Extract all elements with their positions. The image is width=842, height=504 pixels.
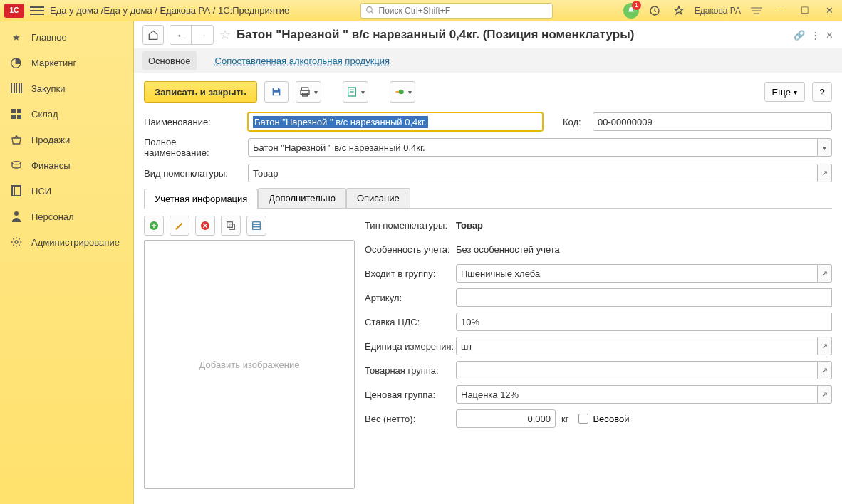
goods-group-label: Товарная группа: bbox=[365, 365, 456, 376]
weighted-checkbox[interactable] bbox=[578, 414, 588, 424]
svg-rect-16 bbox=[12, 186, 21, 196]
kind-open[interactable]: ↗ bbox=[818, 164, 832, 182]
favorite-toggle[interactable]: ☆ bbox=[219, 27, 231, 43]
home-button[interactable] bbox=[142, 25, 164, 45]
sidebar-item-label: Финансы bbox=[31, 160, 71, 171]
basket-icon bbox=[10, 133, 23, 146]
sidebar: ★Главное Маркетинг Закупки Склад Продажи… bbox=[0, 21, 134, 504]
image-edit[interactable] bbox=[170, 216, 189, 236]
save-button[interactable] bbox=[264, 81, 289, 103]
nav-back[interactable]: ← bbox=[170, 26, 192, 44]
book-icon bbox=[10, 184, 23, 197]
unit-input[interactable]: шт bbox=[456, 337, 818, 355]
image-list[interactable] bbox=[246, 216, 266, 236]
sidebar-item-label: Персонал bbox=[31, 211, 74, 222]
vat-input[interactable]: 10% bbox=[456, 313, 832, 331]
tab-accounting[interactable]: Учетная информация bbox=[144, 189, 258, 209]
tab-description[interactable]: Описание bbox=[346, 188, 410, 208]
subtab-main[interactable]: Основное bbox=[142, 51, 197, 70]
sidebar-item-warehouse[interactable]: Склад bbox=[0, 101, 133, 127]
window-maximize[interactable]: ☐ bbox=[796, 4, 814, 18]
svg-rect-11 bbox=[11, 109, 16, 113]
sidebar-item-finance[interactable]: Финансы bbox=[0, 152, 133, 178]
gear-icon bbox=[10, 236, 23, 248]
sidebar-item-sales[interactable]: Продажи bbox=[0, 127, 133, 152]
image-copy[interactable] bbox=[221, 216, 241, 236]
sidebar-item-label: Маркетинг bbox=[31, 58, 76, 68]
fullname-dropdown[interactable]: ▾ bbox=[818, 138, 832, 157]
close-tab[interactable]: ✕ bbox=[826, 30, 833, 41]
app-title: Еда у дома /Еда у дома / Едакова РА / 1С… bbox=[50, 5, 289, 16]
svg-rect-21 bbox=[274, 93, 279, 96]
coins-icon bbox=[10, 159, 23, 172]
more-button[interactable]: Еще▾ bbox=[764, 82, 805, 102]
search-box[interactable] bbox=[360, 3, 553, 19]
report-button[interactable] bbox=[343, 81, 368, 103]
sidebar-item-label: Закупки bbox=[31, 83, 65, 94]
price-group-open[interactable]: ↗ bbox=[818, 385, 832, 404]
link-icon[interactable]: 🔗 bbox=[794, 30, 805, 41]
sidebar-item-marketing[interactable]: Маркетинг bbox=[0, 50, 133, 75]
goods-group-open[interactable]: ↗ bbox=[818, 361, 832, 379]
code-label: Код: bbox=[563, 117, 587, 127]
article-label: Артикул: bbox=[365, 293, 456, 303]
svg-point-18 bbox=[14, 211, 19, 216]
kind-label: Вид номенклатуры: bbox=[144, 168, 242, 179]
goods-group-input[interactable] bbox=[456, 361, 818, 379]
svg-point-15 bbox=[12, 162, 21, 164]
svg-rect-12 bbox=[17, 109, 21, 113]
search-input[interactable] bbox=[379, 6, 548, 16]
app-logo: 1C bbox=[4, 4, 24, 18]
code-input[interactable]: 00-00000009 bbox=[593, 112, 832, 131]
favorite-icon[interactable] bbox=[670, 4, 687, 18]
subtab-alcohol[interactable]: Сопоставленная алкогольная продукция bbox=[209, 51, 396, 70]
kind-input[interactable]: Товар bbox=[248, 164, 818, 182]
star-icon: ★ bbox=[10, 31, 23, 43]
menu-icon[interactable] bbox=[30, 4, 44, 18]
fullname-input[interactable]: Батон "Нарезной " в/с нарезанный 0,4кг. bbox=[248, 138, 818, 157]
svg-rect-14 bbox=[17, 115, 21, 119]
pie-icon bbox=[10, 56, 23, 69]
history-icon[interactable] bbox=[646, 4, 663, 18]
sidebar-item-admin[interactable]: Администрирование bbox=[0, 229, 133, 255]
action-button[interactable] bbox=[390, 81, 415, 103]
svg-point-19 bbox=[15, 241, 18, 243]
print-button[interactable] bbox=[296, 81, 321, 103]
feat-label: Особенность учета: bbox=[365, 244, 456, 255]
unit-open[interactable]: ↗ bbox=[818, 337, 832, 355]
svg-rect-13 bbox=[11, 115, 16, 119]
sidebar-item-main[interactable]: ★Главное bbox=[0, 24, 133, 50]
window-minimize[interactable]: — bbox=[772, 4, 789, 18]
search-icon bbox=[365, 6, 375, 15]
name-input[interactable]: Батон "Нарезной " в/с нарезанный 0,4кг. bbox=[248, 112, 543, 131]
group-input[interactable]: Пшеничные хлеба bbox=[456, 264, 818, 283]
name-label: Наименование: bbox=[144, 117, 242, 127]
image-placeholder[interactable]: Добавить изображение bbox=[144, 240, 355, 489]
save-close-button[interactable]: Записать и закрыть bbox=[144, 81, 257, 103]
current-user[interactable]: Едакова РА bbox=[695, 6, 741, 16]
vat-label: Ставка НДС: bbox=[365, 317, 456, 327]
sidebar-item-label: Склад bbox=[31, 109, 58, 120]
unit-label: Единица измерения: bbox=[365, 341, 456, 352]
group-label: Входит в группу: bbox=[365, 268, 456, 279]
image-delete[interactable] bbox=[195, 216, 215, 236]
article-input[interactable] bbox=[456, 288, 832, 307]
settings-lines-icon[interactable] bbox=[748, 4, 765, 18]
sidebar-item-nsi[interactable]: НСИ bbox=[0, 178, 133, 204]
window-close[interactable]: ✕ bbox=[821, 4, 838, 18]
price-group-input[interactable]: Наценка 12% bbox=[456, 385, 818, 404]
group-open[interactable]: ↗ bbox=[818, 264, 832, 283]
help-button[interactable]: ? bbox=[812, 82, 832, 102]
image-add[interactable] bbox=[144, 216, 164, 236]
tab-additional[interactable]: Дополнительно bbox=[258, 188, 346, 208]
weight-input[interactable]: 0,000 bbox=[456, 409, 556, 428]
sidebar-item-staff[interactable]: Персонал bbox=[0, 204, 133, 229]
weight-label: Вес (нетто): bbox=[365, 414, 456, 424]
sidebar-item-purchase[interactable]: Закупки bbox=[0, 75, 133, 101]
nav-forward: → bbox=[192, 26, 213, 44]
notifications-icon[interactable]: 1 bbox=[623, 3, 639, 19]
sidebar-item-label: Администрирование bbox=[31, 237, 120, 248]
page-title: Батон "Нарезной " в/с нарезанный 0,4кг. … bbox=[237, 28, 788, 42]
kebab-icon[interactable]: ⋮ bbox=[811, 30, 820, 41]
sidebar-item-label: НСИ bbox=[31, 186, 51, 196]
